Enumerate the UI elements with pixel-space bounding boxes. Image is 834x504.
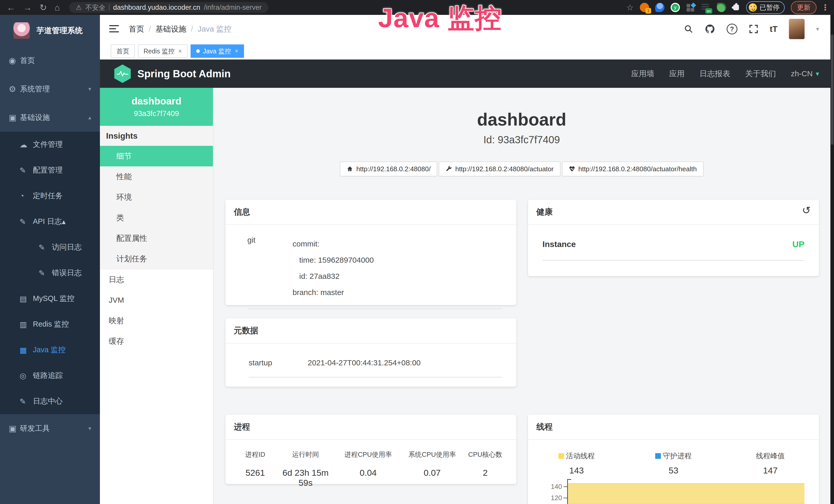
tab-home[interactable]: 首页 [111, 44, 135, 58]
help-icon[interactable]: ? [727, 24, 738, 35]
sidebar-item-api-log[interactable]: ✎ API 日志 ▴ [0, 209, 100, 234]
health-url-button[interactable]: http://192.168.0.2:48080/actuator/health [562, 161, 704, 176]
sidebar-item-java[interactable]: ▦ Java 监控 [0, 337, 100, 363]
menu-item-details[interactable]: 细节 [100, 146, 213, 166]
health-card-header: 健康 ↺ [528, 200, 819, 225]
sidebar-item-config[interactable]: ✎ 配置管理 [0, 157, 100, 183]
menu-item-scheduled-tasks[interactable]: 计划任务 [100, 249, 213, 269]
sidebar-item-label: 链路追踪 [33, 370, 63, 381]
scrollbar-thumb[interactable] [831, 35, 833, 145]
browser-menu-icon[interactable]: ⋮ [821, 3, 829, 12]
sidebar-item-redis[interactable]: ▥ Redis 监控 [0, 312, 100, 337]
sidebar-item-log-center[interactable]: ✎ 日志中心 [0, 388, 100, 414]
process-value: 5261 [235, 468, 276, 488]
threads-values: 143 53 147 [528, 465, 819, 476]
process-col-header: 运行时间 [276, 450, 335, 459]
menu-item-jvm[interactable]: JVM [100, 290, 213, 311]
sba-nav-journal[interactable]: 日志报表 [699, 69, 730, 79]
daemon-threads-value: 53 [625, 465, 722, 476]
metadata-key: startup [249, 359, 308, 367]
tab-label: Redis 监控 [144, 47, 175, 55]
close-icon[interactable]: × [178, 47, 182, 55]
cloud-icon: ☁ [20, 140, 33, 149]
sidebar-item-job[interactable]: ◔ 定时任务 [0, 183, 100, 209]
extension-sprout-icon[interactable] [717, 3, 726, 12]
sidebar-item-devtools[interactable]: ▣ 研发工具 ▾ [0, 414, 100, 443]
sba-nav-applications[interactable]: 应用 [669, 69, 684, 79]
extension-grid-icon[interactable] [686, 3, 695, 12]
eye-icon: ◎ [20, 371, 33, 380]
breadcrumb-separator: / [191, 25, 193, 33]
home-icon[interactable]: ⌂ [55, 3, 60, 13]
health-instance-label: Instance [543, 239, 576, 249]
on-badge: on [705, 8, 712, 14]
menu-item-config-props[interactable]: 配置属性 [100, 228, 213, 249]
menu-item-logs[interactable]: 日志 [100, 269, 213, 290]
sidebar-item-access-log[interactable]: ✎ 访问日志 [0, 234, 100, 260]
extension-pin-icon[interactable] [655, 3, 664, 12]
chevron-down-icon[interactable]: ▾ [816, 25, 819, 32]
actuator-url-button[interactable]: http://192.168.0.2:48080/actuator [439, 161, 560, 176]
sidebar-item-trace[interactable]: ◎ 链路追踪 [0, 363, 100, 388]
locale-selector[interactable]: zh-CN ▾ [791, 69, 819, 78]
update-button[interactable]: 更新 [791, 1, 816, 14]
search-icon[interactable] [684, 24, 693, 33]
paused-profile-chip[interactable]: 已暂停 [746, 1, 785, 14]
scrollbar[interactable] [830, 15, 834, 504]
hamburger-icon[interactable] [109, 25, 119, 33]
app-logo-row[interactable]: 芋道管理系统 [0, 15, 100, 46]
legend-item-peak: 线程峰值 [722, 451, 819, 461]
dashboard-icon: ◉ [9, 56, 20, 66]
extension-orange-icon[interactable]: 1 [640, 3, 649, 12]
row-divider [247, 308, 502, 309]
info-card-body: git commit: time: 1596289704000 id: 27aa… [225, 225, 516, 309]
breadcrumb-infra[interactable]: 基础设施 [155, 24, 186, 35]
back-icon[interactable]: ← [7, 3, 16, 13]
sidebar-item-infra[interactable]: ▣ 基础设施 ▴ [0, 103, 100, 132]
font-size-icon[interactable]: tT [770, 24, 777, 34]
edit-icon: ✎ [20, 397, 33, 406]
extensions-puzzle-icon[interactable] [732, 4, 740, 11]
instance-header[interactable]: dashboard 93a3fc7f7409 [100, 88, 213, 126]
bookmark-star-icon[interactable]: ☆ [626, 3, 634, 12]
sba-nav-wallboard[interactable]: 应用墙 [631, 69, 654, 79]
menu-item-metrics[interactable]: 性能 [100, 166, 213, 187]
sba-brand-title[interactable]: Spring Boot Admin [137, 68, 231, 79]
tab-java-monitor[interactable]: Java 监控 × [191, 44, 244, 58]
forward-icon[interactable]: → [23, 3, 32, 13]
extension-y-icon[interactable]: y [671, 3, 680, 12]
sidebar-item-label: 错误日志 [52, 268, 82, 278]
extension-list-icon[interactable]: on [701, 3, 711, 12]
robot-icon: ▦ [20, 346, 33, 354]
close-icon[interactable]: × [235, 47, 238, 55]
process-col-header: 进程CPU使用率 [335, 450, 401, 459]
menu-item-caches[interactable]: 缓存 [100, 331, 213, 351]
menu-item-environment[interactable]: 环境 [100, 187, 213, 207]
sba-nav-about[interactable]: 关于我们 [745, 69, 776, 79]
app-logo [13, 22, 30, 39]
menu-item-mappings[interactable]: 映射 [100, 311, 213, 331]
metadata-card-title: 元数据 [225, 318, 516, 344]
github-icon[interactable] [705, 24, 715, 35]
sidebar-item-file[interactable]: ☁ 文件管理 [0, 132, 100, 157]
avatar[interactable] [789, 19, 805, 39]
service-url-button[interactable]: http://192.168.0.2:48080/ [340, 161, 437, 176]
infra-submenu: ☁ 文件管理 ✎ 配置管理 ◔ 定时任务 ✎ API 日志 ▴ ✎ 访问日志 ✎ [0, 132, 100, 414]
history-icon[interactable]: ↺ [802, 204, 811, 216]
legend-swatch-yellow [558, 453, 564, 459]
tab-redis-monitor[interactable]: Redis 监控 × [138, 44, 188, 58]
breadcrumb-home[interactable]: 首页 [129, 24, 144, 35]
sidebar-item-mysql[interactable]: ▤ MySQL 监控 [0, 286, 100, 312]
extension-badge: 1 [645, 8, 651, 14]
sidebar-item-error-log[interactable]: ✎ 错误日志 [0, 260, 100, 286]
instance-id-line: Id: 93a3fc7f7409 [213, 134, 830, 145]
sidebar-item-system[interactable]: ⚙ 系统管理 ▾ [0, 75, 100, 103]
security-label[interactable]: 不安全 [85, 3, 105, 12]
paused-label: 已暂停 [760, 3, 780, 12]
tab-label: 首页 [116, 47, 129, 55]
reload-icon[interactable]: ↻ [40, 2, 47, 13]
sidebar-item-home[interactable]: ◉ 首页 [0, 46, 100, 75]
fullscreen-icon[interactable] [749, 24, 759, 34]
address-bar[interactable]: ⚠ 不安全 dashboard.yudao.iocoder.cn /infra/… [69, 2, 268, 13]
menu-item-classes[interactable]: 类 [100, 207, 213, 228]
